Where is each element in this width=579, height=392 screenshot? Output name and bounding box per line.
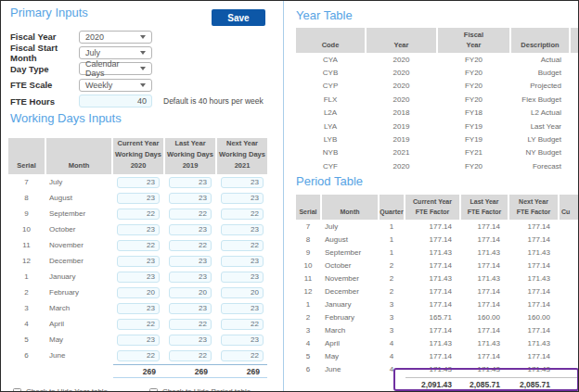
year-desc-cell: Actual	[511, 53, 569, 66]
period-cy-cell: 177.14	[405, 297, 459, 310]
wd-value-cell: 23	[217, 190, 267, 206]
column-header-serial: Serial	[8, 138, 45, 174]
working-days-input[interactable]: 22	[117, 240, 160, 251]
working-days-input[interactable]: 23	[221, 272, 264, 283]
working-days-input[interactable]: 23	[169, 193, 212, 204]
working-days-input[interactable]: 23	[221, 335, 264, 346]
chevron-down-icon	[140, 35, 146, 39]
fiscal-year-select[interactable]: 2020	[79, 31, 152, 44]
wd-value-cell: 22	[217, 316, 267, 332]
working-days-input[interactable]: 23	[117, 193, 160, 204]
column-header-fy: FiscalYear	[438, 28, 509, 53]
column-header-quarter: Quarter	[380, 195, 404, 220]
working-days-input[interactable]: 22	[221, 209, 264, 220]
header-line: Last Year	[165, 138, 215, 149]
period-month-cell: April	[322, 336, 378, 349]
period-month-cell: July	[322, 220, 378, 233]
day-type-select[interactable]: Calendar Days	[79, 62, 152, 75]
period-quarter-cell: 2	[380, 272, 404, 285]
wd-value-cell: 23	[165, 174, 215, 190]
wd-month-cell: July	[46, 174, 111, 190]
working-days-input[interactable]: 22	[169, 319, 212, 330]
working-days-input[interactable]: 23	[221, 224, 264, 235]
header-line: Serial	[8, 160, 45, 171]
working-days-input[interactable]: 22	[117, 319, 160, 330]
working-days-input[interactable]: 22	[169, 209, 212, 220]
working-days-input[interactable]: 20	[169, 287, 212, 298]
year-fy-cell: FY20	[438, 66, 509, 79]
header-line: Fiscal	[438, 30, 509, 40]
working-days-input[interactable]: 22	[117, 209, 160, 220]
save-button[interactable]: Save	[212, 9, 265, 26]
wd-month-cell: February	[46, 285, 111, 300]
working-days-input[interactable]: 23	[169, 303, 212, 314]
working-days-total: 269	[113, 367, 163, 376]
period-cut-cell	[560, 259, 579, 272]
working-days-input[interactable]: 23	[221, 177, 264, 188]
working-days-input[interactable]: 22	[221, 240, 264, 251]
year-code-cell: FLX	[296, 93, 365, 106]
wd-serial-cell: 12	[8, 253, 45, 269]
hide-period-table-checkbox[interactable]	[149, 388, 158, 392]
working-days-input[interactable]: 20	[117, 287, 160, 298]
working-days-table: SerialMonthCurrent YearWorking Days2020L…	[8, 138, 267, 378]
period-ly-cell: 160.00	[461, 310, 508, 323]
working-days-input[interactable]: 23	[117, 224, 160, 235]
working-days-input[interactable]: 23	[169, 335, 212, 346]
period-quarter-cell: 4	[380, 362, 404, 375]
year-desc-cell: Forecast	[511, 159, 569, 172]
working-days-input[interactable]: 23	[117, 177, 160, 188]
period-cy-cell: 177.14	[405, 323, 459, 336]
period-cut-cell	[560, 246, 579, 259]
wd-serial-cell: 8	[8, 190, 45, 206]
fte-hours-input[interactable]: 40	[79, 95, 152, 107]
working-days-input[interactable]: 22	[221, 350, 264, 361]
working-days-input[interactable]: 23	[221, 303, 264, 314]
working-days-input[interactable]: 23	[169, 256, 212, 267]
period-quarter-cell: 1	[380, 246, 404, 259]
period-ny-cell: 177.14	[509, 297, 558, 310]
wd-value-cell: 23	[113, 332, 163, 348]
hide-period-table-checkbox-row: Check to Hide Period table	[149, 387, 251, 392]
year-extra-cell	[571, 146, 579, 159]
working-days-input[interactable]: 22	[221, 319, 264, 330]
wd-value-cell: 20	[113, 285, 163, 300]
working-days-input[interactable]: 23	[169, 272, 212, 283]
wd-value-cell: 20	[165, 285, 215, 300]
header-line: Working Days	[217, 149, 267, 160]
column-header-extra	[571, 28, 579, 53]
fte-scale-label: FTE Scale	[10, 80, 79, 90]
working-days-input[interactable]: 23	[221, 256, 264, 267]
working-days-input[interactable]: 23	[117, 303, 160, 314]
period-ny-cell: 171.43	[509, 272, 558, 285]
working-days-input[interactable]: 23	[117, 272, 160, 283]
period-month-cell: May	[322, 349, 378, 362]
working-days-input[interactable]: 23	[117, 335, 160, 346]
period-cut-cell	[560, 233, 579, 246]
form-row-day-type: Day TypeCalendar Days	[10, 61, 279, 77]
header-line: FTE Factor	[509, 207, 558, 217]
working-days-input[interactable]: 23	[169, 224, 212, 235]
working-days-input[interactable]: 20	[221, 287, 264, 298]
wd-value-cell: 22	[165, 316, 215, 332]
working-days-input[interactable]: 23	[169, 177, 212, 188]
period-quarter-cell: 4	[380, 336, 404, 349]
fiscal-start-month-select[interactable]: July	[79, 46, 152, 59]
working-days-input[interactable]: 23	[117, 256, 160, 267]
period-quarter-cell: 3	[380, 310, 404, 323]
working-days-input[interactable]: 23	[221, 193, 264, 204]
working-days-title: Working Days Inputs	[10, 111, 122, 125]
period-month-cell: August	[322, 233, 378, 246]
wd-value-cell: 23	[113, 221, 163, 237]
year-extra-cell	[571, 66, 579, 79]
header-line: Current Year	[113, 138, 163, 149]
wd-month-cell: September	[46, 206, 111, 221]
wd-value-cell: 23	[165, 269, 215, 285]
working-days-input[interactable]: 22	[169, 240, 212, 251]
wd-serial-cell: 10	[8, 221, 45, 237]
fte-scale-select[interactable]: Weekly	[79, 79, 152, 92]
hide-year-table-checkbox[interactable]	[13, 388, 21, 392]
working-days-input[interactable]: 22	[117, 350, 160, 361]
working-days-input[interactable]: 22	[169, 350, 212, 361]
column-header-desc: Description	[511, 28, 569, 53]
